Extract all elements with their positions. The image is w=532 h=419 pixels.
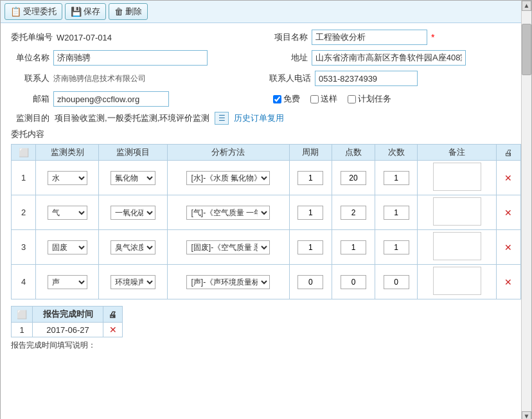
note-textarea-0[interactable]: [433, 163, 481, 191]
row-method-1[interactable]: [气]-《空气质量 一年》: [168, 195, 289, 230]
item-select-0[interactable]: 氟化物一氧化碳臭气浓度环境噪声: [111, 171, 155, 185]
save-button[interactable]: 💾 保存: [65, 3, 106, 20]
type-select-3[interactable]: 水气固废声土壤沉积物生物: [48, 275, 87, 289]
row-times-1[interactable]: [375, 195, 418, 230]
row-item-3[interactable]: 氟化物一氧化碳臭气浓度环境噪声: [99, 265, 168, 299]
points-input-2[interactable]: [341, 240, 366, 254]
row-points-0[interactable]: [332, 161, 375, 195]
points-input-1[interactable]: [341, 206, 366, 220]
row-delete-1[interactable]: ✕: [496, 195, 520, 230]
delete-button[interactable]: 🗑 删除: [109, 3, 148, 20]
address-input[interactable]: [312, 50, 466, 66]
scroll-down-arrow[interactable]: ▼: [522, 411, 531, 419]
save-label: 保存: [84, 6, 100, 17]
period-input-2[interactable]: [297, 240, 323, 254]
row-period-1[interactable]: [289, 195, 332, 230]
row-points-2[interactable]: [332, 230, 375, 265]
scrollbar-thumb[interactable]: [522, 24, 531, 75]
history-link[interactable]: 历史订单复用: [234, 112, 284, 124]
email-input[interactable]: [53, 91, 169, 107]
rth-print: 🖨: [103, 307, 123, 323]
row-points-1[interactable]: [332, 195, 375, 230]
row-item-0[interactable]: 氟化物一氧化碳臭气浓度环境噪声: [99, 161, 168, 195]
row-points-3[interactable]: [332, 265, 375, 299]
row-period-2[interactable]: [289, 230, 332, 265]
row-times-2[interactable]: [375, 230, 418, 265]
purpose-edit-icon[interactable]: ☰: [215, 112, 229, 125]
accept-commission-button[interactable]: 📋 受理委托: [4, 3, 62, 20]
row-item-2[interactable]: 氟化物一氧化碳臭气浓度环境噪声: [99, 230, 168, 265]
row-note-0[interactable]: [418, 161, 496, 195]
plan-checkbox[interactable]: [348, 95, 356, 103]
delete-row-icon-3[interactable]: ✕: [504, 277, 512, 287]
type-select-1[interactable]: 水气固废声土壤沉积物生物: [48, 206, 87, 220]
item-select-2[interactable]: 氟化物一氧化碳臭气浓度环境噪声: [111, 240, 155, 254]
note-textarea-3[interactable]: [433, 267, 481, 295]
row-period-3[interactable]: [289, 265, 332, 299]
points-input-3[interactable]: [341, 275, 366, 289]
times-input-3[interactable]: [384, 275, 409, 289]
delete-row-icon-2[interactable]: ✕: [504, 242, 512, 253]
plan-checkbox-item: 计划任务: [348, 93, 391, 105]
method-select-3[interactable]: [声]-《声环境质量标》: [186, 275, 270, 289]
table-row: 2 水气固废声土壤沉积物生物 氟化物一氧化碳臭气浓度环境噪声 [气]-《空气质量…: [12, 195, 521, 230]
right-address: 地址: [269, 50, 521, 66]
row-note-1[interactable]: [418, 195, 496, 230]
row-item-1[interactable]: 氟化物一氧化碳臭气浓度环境噪声: [99, 195, 168, 230]
method-select-0[interactable]: [水]-《水质 氟化物》: [186, 171, 270, 185]
note-textarea-1[interactable]: [433, 197, 481, 226]
scroll-up-arrow[interactable]: ▲: [522, 1, 531, 11]
rth-date: 报告完成时间: [33, 307, 103, 323]
period-input-3[interactable]: [297, 275, 323, 289]
delete-row-icon-0[interactable]: ✕: [504, 173, 512, 183]
row-times-3[interactable]: [375, 265, 418, 299]
method-select-1[interactable]: [气]-《空气质量 一年》: [186, 206, 270, 220]
row-delete-2[interactable]: ✕: [496, 230, 520, 265]
times-input-1[interactable]: [384, 206, 409, 220]
form-row-1: 委托单编号 W2017-07-014 项目名称 *: [11, 30, 521, 45]
row-method-2[interactable]: [固废]-《空气质量 恶》: [168, 230, 289, 265]
times-input-2[interactable]: [384, 240, 409, 254]
row-delete-0[interactable]: ✕: [496, 161, 520, 195]
free-checkbox[interactable]: [273, 95, 281, 103]
accept-icon: 📋: [10, 6, 21, 17]
row-type-1[interactable]: 水气固废声土壤沉积物生物: [36, 195, 99, 230]
row-period-0[interactable]: [289, 161, 332, 195]
row-type-2[interactable]: 水气固废声土壤沉积物生物: [36, 230, 99, 265]
note-textarea-2[interactable]: [433, 232, 481, 260]
row-type-3[interactable]: 水气固废声土壤沉积物生物: [36, 265, 99, 299]
project-name-input[interactable]: [312, 30, 427, 45]
row-note-2[interactable]: [418, 230, 496, 265]
th-add: ⬜: [12, 145, 36, 161]
th-print: 🖨: [496, 145, 520, 161]
plan-label: 计划任务: [358, 93, 391, 105]
send-checkbox[interactable]: [310, 95, 319, 103]
report-add-icon[interactable]: ⬜: [17, 310, 27, 319]
method-select-2[interactable]: [固废]-《空气质量 恶》: [186, 240, 270, 254]
item-select-1[interactable]: 氟化物一氧化碳臭气浓度环境噪声: [111, 206, 155, 220]
type-select-2[interactable]: 水气固废声土壤沉积物生物: [48, 240, 87, 254]
left-email: 邮箱: [11, 91, 263, 107]
item-select-3[interactable]: 氟化物一氧化碳臭气浓度环境噪声: [111, 275, 155, 289]
delete-row-icon-1[interactable]: ✕: [504, 208, 512, 218]
points-input-0[interactable]: [341, 171, 366, 185]
row-delete-3[interactable]: ✕: [496, 265, 520, 299]
row-method-3[interactable]: [声]-《声环境质量标》: [168, 265, 289, 299]
row-method-0[interactable]: [水]-《水质 氟化物》: [168, 161, 289, 195]
phone-input[interactable]: [315, 71, 418, 86]
row-type-0[interactable]: 水气固废声土壤沉积物生物: [36, 161, 99, 195]
period-input-0[interactable]: [297, 171, 323, 185]
type-select-0[interactable]: 水气固废声土壤沉积物生物: [48, 171, 87, 185]
commission-no-value: W2017-07-014: [57, 33, 112, 42]
times-input-0[interactable]: [384, 171, 409, 185]
table-row: 1 水气固废声土壤沉积物生物 氟化物一氧化碳臭气浓度环境噪声 [水]-《水质 氟…: [12, 161, 521, 195]
unit-name-input[interactable]: [53, 50, 208, 66]
row-note-3[interactable]: [418, 265, 496, 299]
row-times-0[interactable]: [375, 161, 418, 195]
report-row: 1 2017-06-27 ✕: [12, 323, 123, 337]
add-row-icon[interactable]: ⬜: [19, 148, 29, 157]
period-input-1[interactable]: [297, 206, 323, 220]
report-delete-icon-0[interactable]: ✕: [109, 325, 117, 335]
th-note: 备注: [418, 145, 496, 161]
report-row-delete-0[interactable]: ✕: [103, 323, 123, 337]
